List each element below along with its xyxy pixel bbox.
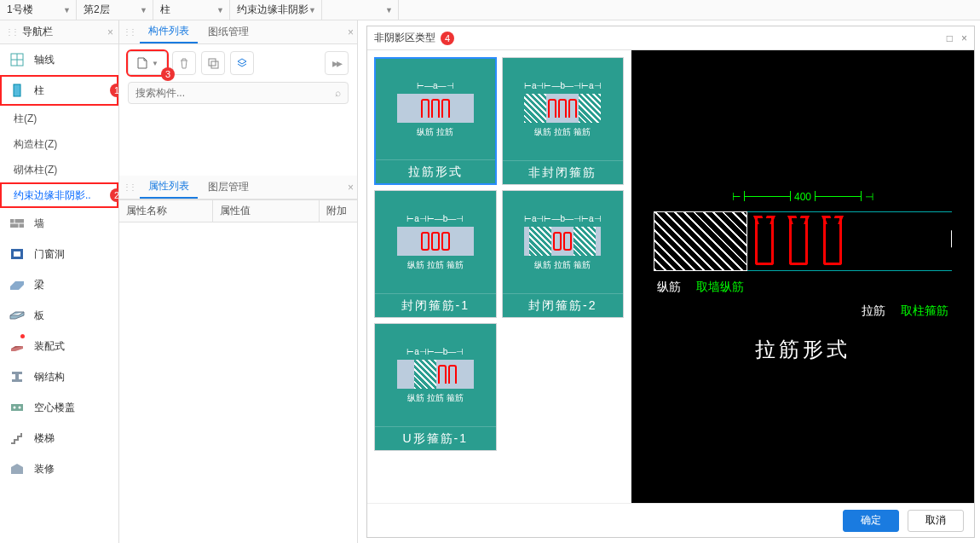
trash-icon — [178, 57, 190, 69]
type-modal: 非阴影区类型 4 □ × ⊢—a—⊣ 纵筋 拉筋 拉筋形式 ⊢a⊣⊢—b—⊣⊢a… — [366, 26, 975, 538]
section-diagram — [654, 211, 952, 271]
nav-close-icon[interactable]: × — [107, 26, 113, 38]
breadcrumb-item[interactable]: 柱▼ — [153, 0, 230, 20]
type-card[interactable]: ⊢a⊣⊢—b—⊣⊢a⊣ 纵筋 拉筋 箍筋 非封闭箍筋 — [502, 57, 625, 185]
card-diagram: ⊢a⊣⊢—b—⊣⊢a⊣ 纵筋 拉筋 箍筋 — [503, 191, 624, 293]
tab-layer-mgmt[interactable]: 图层管理 — [199, 176, 257, 199]
tab-component-list[interactable]: 构件列表 — [140, 20, 198, 43]
tab-drawing-mgmt[interactable]: 图纸管理 — [199, 20, 257, 43]
opening-icon — [9, 246, 26, 263]
chevron-down-icon: ▼ — [63, 6, 71, 14]
chevron-down-icon: ▼ — [216, 6, 224, 14]
nav-item-label: 钢结构 — [34, 370, 65, 384]
nav-item-steel[interactable]: 钢结构 — [0, 361, 118, 392]
svg-rect-8 — [209, 59, 216, 66]
type-card[interactable]: ⊢—a—⊣ 纵筋 拉筋 拉筋形式 — [374, 57, 497, 185]
nav-item-hollow[interactable]: 空心楼盖 — [0, 392, 118, 423]
badge-4: 4 — [441, 32, 454, 45]
delete-button[interactable] — [172, 51, 196, 75]
search-icon[interactable]: ⌕ — [335, 87, 341, 99]
chevron-down-icon: ▼ — [140, 6, 147, 14]
nav-item-label: 梁 — [34, 278, 44, 292]
card-title: 拉筋形式 — [376, 159, 495, 183]
nav-item-wall[interactable]: 墙 — [0, 208, 118, 239]
nav-item-stair[interactable]: 楼梯 — [0, 423, 118, 453]
card-title: U形箍筋-1 — [375, 426, 496, 450]
nav-item-beam[interactable]: 梁 — [0, 269, 118, 300]
nav-item-precast[interactable]: 装配式 — [0, 331, 118, 361]
chevron-down-icon: ▼ — [152, 60, 159, 67]
card-title: 非封闭箍筋 — [503, 160, 624, 184]
finish-icon — [9, 460, 26, 477]
card-diagram: ⊢a⊣⊢—b—⊣ 纵筋 拉筋 箍筋 — [375, 324, 496, 426]
nav-panel-head: ⋮⋮ 导航栏 × — [0, 20, 118, 44]
nav-item-label: 装修 — [34, 462, 55, 477]
nav-item-label: 墙 — [34, 217, 44, 231]
nav-title: 导航栏 — [22, 25, 102, 39]
nav-subitem[interactable]: 约束边缘非阴影..2 — [0, 182, 118, 208]
nav-subitem[interactable]: 构造柱(Z) — [0, 131, 118, 157]
ok-button[interactable]: 确定 — [843, 510, 899, 532]
nav-subitem[interactable]: 砌体柱(Z) — [0, 157, 118, 182]
col-value: 属性值 — [213, 200, 320, 222]
preview-big-title: 拉筋形式 — [755, 336, 850, 363]
nav-item-label: 柱(Z) — [14, 112, 37, 126]
nav-item-label: 柱 — [34, 84, 44, 98]
copy-button[interactable] — [201, 51, 225, 75]
grip-icon[interactable]: ⋮⋮ — [123, 182, 138, 192]
nav-item-label: 楼梯 — [34, 431, 55, 446]
preview-labels-1: 纵筋 取墙纵筋 — [657, 280, 744, 295]
type-card[interactable]: ⊢a⊣⊢—b—⊣⊢a⊣ 纵筋 拉筋 箍筋 封闭箍筋-2 — [502, 190, 625, 318]
column-icon — [9, 82, 26, 99]
breadcrumb-item[interactable]: 1号楼▼ — [0, 0, 77, 20]
breadcrumb-item[interactable]: ▼ — [322, 0, 399, 20]
breadcrumb-item[interactable]: 第2层▼ — [77, 0, 153, 20]
layers-icon — [236, 57, 248, 69]
mid-column: ⋮⋮ 构件列表 图纸管理 × ▼ 3 ▸▸ ⌕ ⋮⋮ 属性列表 图层管理 × — [119, 20, 358, 543]
card-diagram: ⊢a⊣⊢—b—⊣⊢a⊣ 纵筋 拉筋 箍筋 — [503, 58, 624, 160]
search-input[interactable] — [135, 87, 335, 99]
search-box[interactable]: ⌕ — [128, 82, 349, 104]
nav-item-finish[interactable]: 装修 — [0, 453, 118, 484]
card-title: 封闭箍筋-2 — [503, 293, 624, 317]
nav-item-opening[interactable]: 门窗洞 — [0, 239, 118, 269]
nav-item-label: 空心楼盖 — [34, 401, 75, 415]
tabs-close-icon[interactable]: × — [348, 182, 354, 194]
nav-item-slab[interactable]: 板 — [0, 300, 118, 331]
more-button[interactable]: ▸▸ — [325, 51, 349, 75]
property-tabs: ⋮⋮ 属性列表 图层管理 × — [119, 176, 357, 199]
type-card[interactable]: ⊢a⊣⊢—b—⊣ 纵筋 拉筋 箍筋 封闭箍筋-1 — [374, 190, 497, 318]
cancel-button[interactable]: 取消 — [908, 510, 964, 532]
grip-icon[interactable]: ⋮⋮ — [123, 27, 138, 37]
type-grid: ⊢—a—⊣ 纵筋 拉筋 拉筋形式 ⊢a⊣⊢—b—⊣⊢a⊣ 纵筋 拉筋 箍筋 非封… — [367, 50, 631, 503]
close-icon[interactable]: × — [961, 32, 967, 44]
tab-property-list[interactable]: 属性列表 — [140, 176, 198, 199]
component-tabs: ⋮⋮ 构件列表 图纸管理 × — [119, 20, 357, 44]
maximize-icon[interactable]: □ — [947, 32, 953, 44]
tabs-close-icon[interactable]: × — [348, 26, 354, 38]
grip-icon[interactable]: ⋮⋮ — [5, 27, 17, 37]
badge-2: 2 — [110, 188, 118, 202]
nav-list: 轴线柱1柱(Z)构造柱(Z)砌体柱(Z)约束边缘非阴影..2墙门窗洞梁板装配式钢… — [0, 44, 118, 484]
nav-item-label: 轴线 — [34, 53, 55, 67]
nav-panel: ⋮⋮ 导航栏 × 轴线柱1柱(Z)构造柱(Z)砌体柱(Z)约束边缘非阴影..2墙… — [0, 20, 119, 543]
file-icon — [136, 57, 148, 69]
new-button[interactable]: ▼ 3 — [128, 51, 167, 75]
modal-title: 非阴影区类型 — [374, 31, 435, 45]
modal-foot: 确定 取消 — [367, 503, 974, 537]
nav-item-column[interactable]: 柱1 — [0, 75, 118, 106]
component-list-body — [119, 109, 357, 176]
nav-item-grid[interactable]: 轴线 — [0, 44, 118, 75]
badge-1: 1 — [110, 84, 118, 97]
nav-subitem[interactable]: 柱(Z) — [0, 106, 118, 131]
type-card[interactable]: ⊢a⊣⊢—b—⊣ 纵筋 拉筋 箍筋 U形箍筋-1 — [374, 323, 497, 451]
chevron-down-icon: ▼ — [308, 6, 316, 14]
col-extra: 附加 — [320, 200, 357, 222]
card-diagram: ⊢a⊣⊢—b—⊣ 纵筋 拉筋 箍筋 — [375, 191, 496, 293]
nav-item-label: 约束边缘非阴影.. — [14, 188, 91, 203]
nav-item-label: 门窗洞 — [34, 247, 65, 262]
precast-icon — [9, 338, 26, 355]
more-icon: ▸▸ — [332, 56, 341, 70]
breadcrumb-item[interactable]: 约束边缘非阴影▼ — [230, 0, 322, 20]
layer-button[interactable] — [230, 51, 254, 75]
